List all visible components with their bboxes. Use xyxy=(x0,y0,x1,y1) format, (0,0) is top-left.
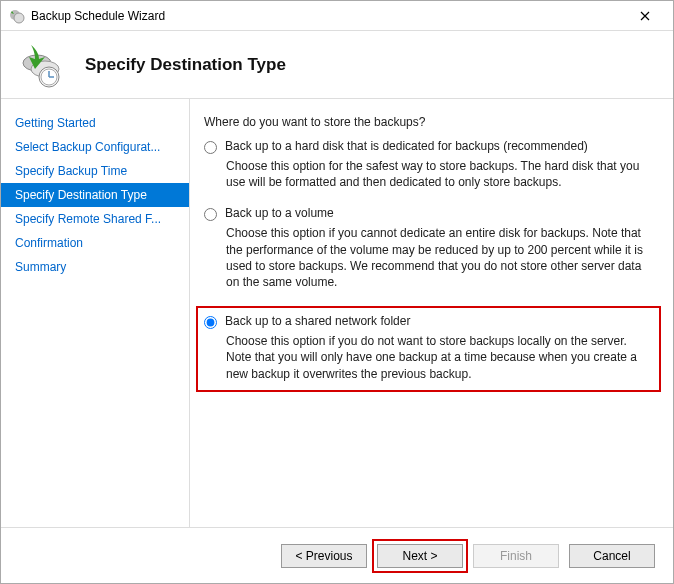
previous-button[interactable]: < Previous xyxy=(281,544,367,568)
option-hard-disk[interactable]: Back up to a hard disk that is dedicated… xyxy=(204,139,655,154)
option-network-folder[interactable]: Back up to a shared network folder xyxy=(204,314,653,329)
wizard-header-icon xyxy=(17,41,65,89)
window-title: Backup Schedule Wizard xyxy=(31,9,625,23)
close-button[interactable] xyxy=(625,2,665,30)
wizard-window: Backup Schedule Wizard Specify Destinati… xyxy=(0,0,674,584)
footer: < Previous Next > Finish Cancel xyxy=(1,527,673,583)
radio-volume[interactable] xyxy=(204,208,217,221)
sidebar-item-confirmation[interactable]: Confirmation xyxy=(1,231,189,255)
option-hard-disk-desc: Choose this option for the safest way to… xyxy=(226,158,655,190)
cancel-button[interactable]: Cancel xyxy=(569,544,655,568)
wizard-header: Specify Destination Type xyxy=(1,31,673,99)
question-text: Where do you want to store the backups? xyxy=(204,115,655,129)
content-pane: Where do you want to store the backups? … xyxy=(190,99,673,527)
sidebar-item-summary[interactable]: Summary xyxy=(1,255,189,279)
option-network-folder-label: Back up to a shared network folder xyxy=(225,314,410,328)
wizard-body: Getting Started Select Backup Configurat… xyxy=(1,99,673,527)
app-icon xyxy=(9,8,25,24)
option-volume[interactable]: Back up to a volume xyxy=(204,206,655,221)
option-network-folder-desc: Choose this option if you do not want to… xyxy=(226,333,653,382)
radio-network-folder[interactable] xyxy=(204,316,217,329)
sidebar-item-select-backup-config[interactable]: Select Backup Configurat... xyxy=(1,135,189,159)
finish-button: Finish xyxy=(473,544,559,568)
sidebar-item-getting-started[interactable]: Getting Started xyxy=(1,111,189,135)
page-title: Specify Destination Type xyxy=(85,55,286,75)
sidebar-item-specify-destination-type[interactable]: Specify Destination Type xyxy=(1,183,189,207)
titlebar: Backup Schedule Wizard xyxy=(1,1,673,31)
sidebar-item-specify-backup-time[interactable]: Specify Backup Time xyxy=(1,159,189,183)
radio-hard-disk[interactable] xyxy=(204,141,217,154)
option-network-highlight: Back up to a shared network folder Choos… xyxy=(196,306,661,392)
sidebar: Getting Started Select Backup Configurat… xyxy=(1,99,190,527)
option-volume-desc: Choose this option if you cannot dedicat… xyxy=(226,225,655,290)
sidebar-item-specify-remote-shared[interactable]: Specify Remote Shared F... xyxy=(1,207,189,231)
svg-point-1 xyxy=(14,13,24,23)
option-hard-disk-label: Back up to a hard disk that is dedicated… xyxy=(225,139,588,153)
option-volume-label: Back up to a volume xyxy=(225,206,334,220)
next-button[interactable]: Next > xyxy=(377,544,463,568)
